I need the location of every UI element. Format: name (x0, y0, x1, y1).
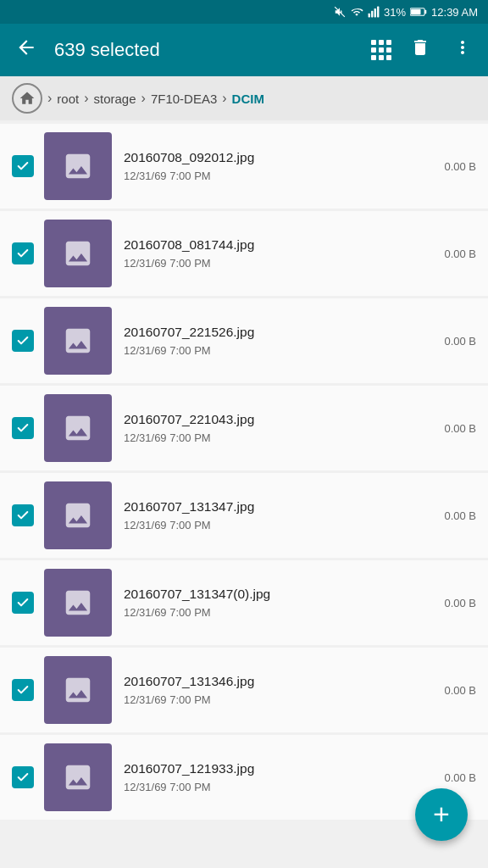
file-info: 20160707_131347.jpg 12/31/69 7:00 PM (124, 499, 437, 531)
file-list: 20160708_092012.jpg 12/31/69 7:00 PM 0.0… (0, 120, 488, 826)
file-thumbnail (44, 656, 112, 724)
svg-rect-6 (424, 10, 426, 14)
breadcrumb-device[interactable]: 7F10-DEA3 (151, 92, 217, 106)
more-options-button[interactable] (449, 34, 476, 66)
file-checkbox[interactable] (12, 155, 34, 177)
signal-icon (368, 6, 380, 18)
file-date: 12/31/69 7:00 PM (124, 606, 437, 619)
file-checkbox[interactable] (12, 417, 34, 439)
svg-rect-4 (377, 7, 379, 18)
file-checkbox[interactable] (12, 330, 34, 352)
battery-icon (410, 7, 427, 17)
battery-text: 31% (384, 6, 406, 19)
file-name: 20160707_121933.jpg (124, 761, 437, 776)
status-bar: 31% 12:39 AM (0, 0, 488, 24)
list-item[interactable]: 20160707_131347(0).jpg 12/31/69 7:00 PM … (0, 560, 488, 645)
file-thumbnail (44, 743, 112, 811)
file-date: 12/31/69 7:00 PM (124, 257, 437, 270)
file-thumbnail (44, 132, 112, 200)
file-size: 0.00 B (444, 248, 476, 260)
breadcrumb-root[interactable]: root (57, 92, 79, 106)
file-name: 20160707_221043.jpg (124, 412, 437, 427)
file-thumbnail (44, 569, 112, 637)
file-checkbox[interactable] (12, 242, 34, 264)
file-name: 20160708_081744.jpg (124, 237, 437, 253)
file-name: 20160707_131347.jpg (124, 499, 437, 515)
file-info: 20160708_081744.jpg 12/31/69 7:00 PM (124, 237, 437, 270)
file-thumbnail (44, 220, 112, 287)
list-item[interactable]: 20160707_131347.jpg 12/31/69 7:00 PM 0.0… (0, 473, 488, 558)
file-info: 20160707_121933.jpg 12/31/69 7:00 PM (124, 761, 437, 793)
file-thumbnail (44, 481, 112, 549)
file-info: 20160707_221526.jpg 12/31/69 7:00 PM (124, 325, 437, 357)
file-name: 20160707_131346.jpg (124, 674, 437, 689)
grid-view-button[interactable] (371, 40, 391, 60)
file-size: 0.00 B (444, 597, 476, 609)
file-checkbox[interactable] (12, 679, 34, 701)
file-thumbnail (44, 394, 112, 462)
app-bar-actions (371, 34, 476, 66)
svg-rect-1 (369, 14, 370, 18)
file-info: 20160708_092012.jpg 12/31/69 7:00 PM (124, 150, 437, 182)
breadcrumb-sep-2: › (84, 91, 88, 106)
file-info: 20160707_131346.jpg 12/31/69 7:00 PM (124, 674, 437, 706)
file-info: 20160707_131347(0).jpg 12/31/69 7:00 PM (124, 587, 437, 619)
svg-rect-7 (411, 9, 420, 14)
file-checkbox[interactable] (12, 504, 34, 526)
fab-button[interactable]: + (415, 788, 468, 841)
status-icons: 31% 12:39 AM (334, 6, 478, 19)
breadcrumb-current: DCIM (232, 92, 264, 106)
file-size: 0.00 B (444, 509, 476, 522)
file-info: 20160707_221043.jpg 12/31/69 7:00 PM (124, 412, 437, 444)
file-size: 0.00 B (444, 771, 476, 784)
file-name: 20160708_092012.jpg (124, 150, 437, 165)
file-name: 20160707_221526.jpg (124, 325, 437, 340)
list-item[interactable]: 20160707_121933.jpg 12/31/69 7:00 PM 0.0… (0, 735, 488, 820)
file-size: 0.00 B (444, 422, 476, 435)
file-date: 12/31/69 7:00 PM (124, 781, 437, 793)
file-date: 12/31/69 7:00 PM (124, 170, 437, 182)
mute-icon (334, 6, 346, 18)
file-date: 12/31/69 7:00 PM (124, 431, 437, 444)
selection-count: 639 selected (54, 39, 358, 61)
file-checkbox[interactable] (12, 766, 34, 788)
file-name: 20160707_131347(0).jpg (124, 587, 437, 602)
app-bar: 639 selected (0, 24, 488, 76)
wifi-icon (350, 6, 363, 18)
svg-rect-3 (374, 8, 376, 18)
fab-plus-icon: + (433, 799, 450, 828)
file-thumbnail (44, 307, 112, 375)
file-date: 12/31/69 7:00 PM (124, 693, 437, 706)
file-size: 0.00 B (444, 160, 476, 173)
breadcrumb-storage[interactable]: storage (94, 92, 136, 106)
list-item[interactable]: 20160708_081744.jpg 12/31/69 7:00 PM 0.0… (0, 211, 488, 296)
list-item[interactable]: 20160708_092012.jpg 12/31/69 7:00 PM 0.0… (0, 124, 488, 209)
list-item[interactable]: 20160707_221526.jpg 12/31/69 7:00 PM 0.0… (0, 298, 488, 383)
file-date: 12/31/69 7:00 PM (124, 519, 437, 531)
breadcrumb: › root › storage › 7F10-DEA3 › DCIM (0, 76, 488, 120)
delete-button[interactable] (407, 34, 434, 66)
list-item[interactable]: 20160707_131346.jpg 12/31/69 7:00 PM 0.0… (0, 648, 488, 732)
breadcrumb-sep-1: › (47, 91, 52, 106)
file-date: 12/31/69 7:00 PM (124, 344, 437, 357)
file-size: 0.00 B (444, 684, 476, 697)
back-button[interactable] (12, 33, 41, 68)
breadcrumb-sep-4: › (222, 91, 226, 106)
file-checkbox[interactable] (12, 592, 34, 614)
home-button[interactable] (12, 83, 42, 114)
list-item[interactable]: 20160707_221043.jpg 12/31/69 7:00 PM 0.0… (0, 386, 488, 470)
svg-rect-2 (371, 11, 373, 18)
file-size: 0.00 B (444, 335, 476, 348)
time-text: 12:39 AM (431, 6, 478, 19)
breadcrumb-sep-3: › (141, 91, 146, 106)
